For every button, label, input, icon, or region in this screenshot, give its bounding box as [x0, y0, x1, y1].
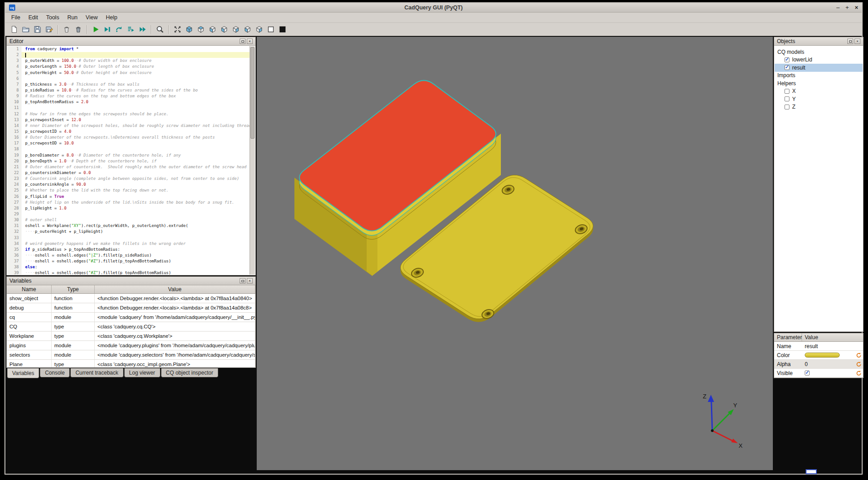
- table-row[interactable]: Workplanetype<class 'cadquery.cq.Workpla…: [7, 332, 255, 341]
- visibility-checkbox[interactable]: [785, 65, 789, 70]
- view-iso-button[interactable]: [183, 24, 195, 35]
- color-swatch[interactable]: [805, 353, 840, 358]
- code-line-11[interactable]: 11: [7, 105, 250, 111]
- table-row[interactable]: selectorsmodule<module 'cadquery.selecto…: [7, 350, 255, 360]
- code-line-19[interactable]: 19p_boreDiameter = 8.0··# Diameter of th…: [7, 153, 250, 158]
- minimize-button[interactable]: –: [837, 4, 840, 11]
- new-file-button[interactable]: [8, 24, 20, 35]
- float-panel-button[interactable]: [240, 39, 245, 44]
- code-line-14[interactable]: 14# nner Diameter of the screwpost holes…: [7, 123, 250, 129]
- zoom-button[interactable]: [154, 24, 166, 35]
- menu-run[interactable]: Run: [63, 13, 82, 22]
- scrollbar-thumb[interactable]: [250, 47, 254, 139]
- code-line-10[interactable]: 10p_topAndBottomRadius = 2.0: [7, 99, 250, 105]
- shaded-button[interactable]: [276, 24, 288, 35]
- tree-group-cq-models[interactable]: CQ models: [775, 48, 863, 56]
- visibility-checkbox[interactable]: [785, 96, 789, 101]
- code-line-15[interactable]: 15p_screwpostID = 4.0: [7, 129, 250, 135]
- save-as-button[interactable]: [43, 24, 55, 35]
- save-file-button[interactable]: [31, 24, 43, 35]
- fit-all-button[interactable]: [171, 24, 183, 35]
- code-line-1[interactable]: 1from cadquery import *: [7, 46, 250, 52]
- code-line-25[interactable]: 25# Whether to place the lid with the to…: [7, 188, 250, 193]
- parameter-row-alpha[interactable]: Alpha0: [774, 360, 863, 369]
- parameter-row-name[interactable]: Nameresult: [774, 342, 863, 351]
- table-row[interactable]: Planetype<class 'cadquery.occ_impl.geom.…: [7, 360, 255, 368]
- reset-button[interactable]: [856, 361, 862, 367]
- reset-button[interactable]: [856, 352, 862, 358]
- tree-group-helpers[interactable]: Helpers: [775, 79, 863, 87]
- code-line-6[interactable]: 6: [7, 76, 250, 82]
- wireframe-button[interactable]: [265, 24, 276, 35]
- table-row[interactable]: show_objectfunction<function Debugger.re…: [7, 294, 255, 303]
- editor-scrollbar[interactable]: [250, 46, 255, 275]
- continue-button[interactable]: [136, 24, 148, 35]
- code-line-18[interactable]: 18: [7, 146, 250, 152]
- code-line-12[interactable]: 12# How far in from the edges the screwp…: [7, 111, 250, 117]
- menu-edit[interactable]: Edit: [24, 13, 42, 22]
- code-line-9[interactable]: 9# Radius for the curves on the top and …: [7, 93, 250, 99]
- close-panel-button[interactable]: ×: [247, 39, 253, 44]
- code-line-30[interactable]: 30# outer shell: [7, 217, 250, 223]
- menu-file[interactable]: File: [7, 13, 24, 22]
- open-file-button[interactable]: [20, 24, 31, 35]
- code-line-24[interactable]: 24p_countersinkAngle = 90.0: [7, 182, 250, 188]
- visibility-checkbox[interactable]: [785, 105, 789, 109]
- float-panel-button[interactable]: [240, 278, 245, 284]
- menu-help[interactable]: Help: [102, 13, 122, 22]
- clear-button[interactable]: [61, 24, 72, 35]
- code-line-2[interactable]: 2: [7, 52, 250, 58]
- viewport-3d[interactable]: Z Y X: [257, 37, 773, 470]
- close-panel-button[interactable]: ×: [855, 39, 860, 44]
- tab-variables[interactable]: Variables: [7, 368, 39, 378]
- code-line-39[interactable]: 39····oshell = oshell.edges("#Z").fillet…: [7, 270, 250, 275]
- table-row[interactable]: cqmodule<module 'cadquery' from '/home/a…: [7, 313, 255, 322]
- code-line-37[interactable]: 37····oshell = oshell.edges("#Z").fillet…: [7, 258, 250, 264]
- tab-log-viewer[interactable]: Log viewer: [124, 368, 160, 377]
- close-panel-button[interactable]: ×: [247, 278, 253, 284]
- tab-current-traceback[interactable]: Current traceback: [70, 368, 123, 377]
- code-line-27[interactable]: 27# Height of lip on the underside of th…: [7, 200, 250, 205]
- code-line-26[interactable]: 26p_flipLid = True: [7, 194, 250, 200]
- code-line-36[interactable]: 36····oshell = oshell.edges("|Z").fillet…: [7, 253, 250, 258]
- close-button[interactable]: ×: [855, 4, 858, 11]
- table-row[interactable]: pluginsmodule<module 'cadquery.plugins' …: [7, 341, 255, 350]
- float-panel-button[interactable]: [847, 39, 853, 44]
- code-line-29[interactable]: 29: [7, 211, 250, 217]
- menu-view[interactable]: View: [82, 13, 102, 22]
- code-line-38[interactable]: 38else:: [7, 264, 250, 270]
- parameter-row-visible[interactable]: Visible: [774, 369, 863, 378]
- visibility-checkbox[interactable]: [785, 57, 789, 62]
- view-back-button[interactable]: [253, 24, 265, 35]
- step-over-button[interactable]: [113, 24, 125, 35]
- titlebar[interactable]: cq CadQuery GUI (PyQT) – + ×: [5, 3, 862, 13]
- view-left-button[interactable]: [218, 24, 230, 35]
- code-line-22[interactable]: 22p_countersinkDiameter = 0.0: [7, 170, 250, 176]
- visibility-checkbox[interactable]: [785, 89, 789, 94]
- tree-item-x[interactable]: X: [775, 87, 863, 96]
- tree-item-result[interactable]: result: [775, 64, 863, 72]
- tree-item-y[interactable]: Y: [775, 95, 863, 103]
- tree-group-imports[interactable]: Imports: [775, 72, 863, 80]
- tree-item-z[interactable]: Z: [775, 103, 863, 111]
- code-line-32[interactable]: 32····p_outerHeight + p_lipHeight): [7, 229, 250, 235]
- view-bottom-button[interactable]: [206, 24, 218, 35]
- code-line-17[interactable]: 17p_screwpostOD = 10.0: [7, 140, 250, 146]
- code-line-7[interactable]: 7p_thickness = 3.0··# Thickness of the b…: [7, 82, 250, 87]
- parameter-row-color[interactable]: Color: [774, 351, 863, 360]
- view-top-button[interactable]: [195, 24, 206, 35]
- code-line-31[interactable]: 31oshell = Workplane("XY").rect(p_outerW…: [7, 223, 250, 229]
- code-line-4[interactable]: 4p_outerLength = 150.0·# Outer length of…: [7, 64, 250, 70]
- code-line-5[interactable]: 5p_outerHeight = 50.0·# Outer height of …: [7, 70, 250, 76]
- debug-button[interactable]: [101, 24, 113, 35]
- code-line-21[interactable]: 21# Outer diameter of countersink. Shoul…: [7, 164, 250, 170]
- table-row[interactable]: CQtype<class 'cadquery.cq.CQ'>: [7, 322, 255, 332]
- code-line-3[interactable]: 3p_outerWidth = 100.0··# Outer width of …: [7, 58, 250, 64]
- view-right-button[interactable]: [230, 24, 241, 35]
- tab-console[interactable]: Console: [40, 368, 70, 377]
- delete-button[interactable]: [72, 24, 84, 35]
- tree-item-lowerlid[interactable]: lowerLid: [775, 56, 863, 64]
- maximize-button[interactable]: +: [846, 4, 849, 11]
- code-line-13[interactable]: 13p_screwpostInset = 12.0: [7, 117, 250, 123]
- step-into-button[interactable]: [125, 24, 136, 35]
